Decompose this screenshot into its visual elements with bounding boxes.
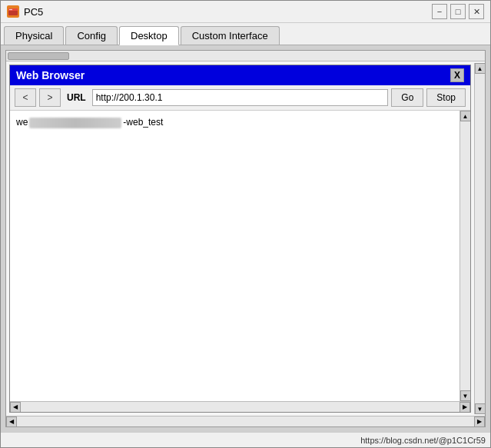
tab-custom-interface[interactable]: Custom Interface [181, 26, 280, 45]
outer-scroll-down[interactable]: ▼ [475, 403, 486, 414]
browser-title: Web Browser [16, 69, 85, 81]
title-bar: PC5 − □ ✕ [1, 1, 490, 23]
page-content: we-web_test [15, 115, 455, 130]
scroll-track-h[interactable] [21, 402, 459, 412]
url-input[interactable] [92, 89, 389, 106]
svg-point-3 [11, 9, 12, 11]
tab-bar: Physical Config Desktop Custom Interface [1, 23, 490, 45]
forward-button[interactable]: > [39, 88, 61, 107]
tab-desktop[interactable]: Desktop [119, 26, 179, 45]
back-button[interactable]: < [15, 88, 36, 107]
main-window: PC5 − □ ✕ Physical Config Desktop Custom… [0, 0, 491, 448]
minimize-button[interactable]: − [432, 4, 447, 19]
vertical-scrollbar[interactable]: ▲ ▼ [459, 111, 470, 401]
status-url: https://blog.csdn.net/@p1C1Cr59 [360, 436, 486, 445]
horizontal-scrollbar[interactable]: ◀ ▶ [10, 401, 470, 412]
scroll-down-arrow[interactable]: ▼ [460, 390, 471, 401]
window-controls: − □ ✕ [432, 4, 484, 19]
browser-titlebar: Web Browser X [10, 65, 470, 85]
browser-toolbar: < > URL Go Stop [10, 85, 470, 111]
browser-content-inner: we-web_test [15, 115, 455, 397]
blurred-content [29, 118, 121, 128]
web-browser-widget: Web Browser X < > URL Go Stop [9, 65, 471, 413]
app-icon [7, 5, 19, 18]
top-scroll-thumb[interactable] [8, 52, 69, 60]
url-label: URL [67, 92, 86, 103]
scroll-track-v[interactable] [460, 121, 470, 390]
stop-button[interactable]: Stop [426, 88, 466, 107]
status-bar: https://blog.csdn.net/@p1C1Cr59 [1, 432, 490, 447]
browser-close-button[interactable]: X [450, 68, 464, 82]
outer-scroll-track-h[interactable] [17, 416, 474, 426]
tab-config[interactable]: Config [65, 26, 118, 45]
outer-scroll-right[interactable]: ▶ [474, 416, 485, 427]
scroll-up-arrow[interactable]: ▲ [460, 111, 471, 121]
outer-scroll-up[interactable]: ▲ [475, 63, 486, 74]
outer-scroll-track[interactable] [475, 74, 485, 403]
outer-horizontal-scrollbar[interactable]: ◀ ▶ [6, 416, 485, 426]
content-area: Web Browser X < > URL Go Stop [1, 45, 490, 432]
outer-vertical-scrollbar[interactable]: ▲ ▼ [474, 63, 485, 414]
window-title: PC5 [24, 6, 427, 18]
maximize-button[interactable]: □ [450, 4, 466, 19]
svg-point-2 [9, 9, 11, 11]
top-scrollbar[interactable] [6, 51, 485, 61]
go-button[interactable]: Go [391, 88, 423, 107]
browser-content-area: we-web_test [10, 111, 459, 401]
tab-physical[interactable]: Physical [4, 26, 64, 45]
close-button[interactable]: ✕ [469, 4, 484, 19]
scroll-right-arrow[interactable]: ▶ [459, 402, 470, 413]
inner-panel: Web Browser X < > URL Go Stop [5, 50, 486, 427]
outer-scroll-left[interactable]: ◀ [6, 416, 17, 427]
page-text-before: we [16, 117, 28, 128]
scroll-left-arrow[interactable]: ◀ [10, 402, 21, 413]
page-text-after: -web_test [123, 117, 163, 128]
